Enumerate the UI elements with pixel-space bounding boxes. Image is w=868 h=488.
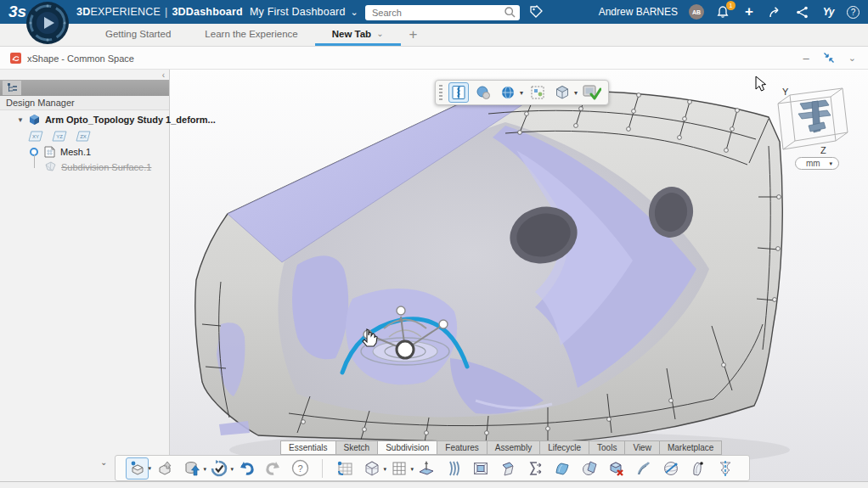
action-bar-chevron-icon[interactable]: ⌄ — [100, 457, 107, 467]
frame-inset-button[interactable] — [469, 457, 492, 480]
tab-learn-the-experience[interactable]: Learn the Experience — [188, 24, 314, 46]
validate-ok-icon[interactable] — [582, 82, 602, 103]
delete-face-button[interactable] — [605, 457, 628, 480]
expand-arrow-icon[interactable]: ▼ — [17, 116, 24, 124]
help-button[interactable]: ? — [289, 457, 312, 480]
3ds-logo[interactable]: 3s — [8, 3, 26, 21]
share-nodes-icon[interactable] — [794, 4, 809, 20]
svg-text:?: ? — [297, 463, 302, 474]
user-avatar[interactable]: AB — [689, 4, 704, 20]
symmetry-button[interactable] — [713, 457, 736, 480]
primitive-shape-button[interactable]: ▾ — [360, 457, 383, 480]
brand-separator: | — [165, 6, 167, 18]
ribbon-tab-bar: Essentials Sketch Subdivision Features A… — [280, 440, 722, 455]
user-name[interactable]: Andrew BARNES — [599, 6, 678, 18]
plane-xy-icon[interactable]: XY — [28, 131, 43, 142]
styling-curve-button[interactable] — [632, 457, 655, 480]
custom-render-style-icon[interactable] — [527, 82, 548, 103]
topbar-right-cluster: Andrew BARNES AB 1 + Yy ? — [599, 0, 860, 24]
tag-icon[interactable] — [528, 4, 544, 20]
dashboard-name[interactable]: My First Dashboard — [250, 6, 346, 18]
widget-controls: – ⌄ — [803, 50, 856, 65]
ribbon-tab-tools[interactable]: Tools — [589, 440, 624, 455]
panel-collapse-icon[interactable]: ‹ — [162, 70, 165, 80]
project-on-sphere-button[interactable] — [659, 457, 682, 480]
viewport-3d[interactable]: Y Z ▾ — [170, 70, 868, 481]
units-dropdown[interactable]: mm ▾ — [795, 157, 839, 170]
mesh-doc-icon — [43, 146, 56, 158]
trim-by-plane-button[interactable] — [578, 457, 600, 480]
shaded-sphere-style-icon[interactable] — [473, 82, 493, 103]
ribbon-tab-sketch[interactable]: Sketch — [335, 440, 378, 455]
axis-label-z: Z — [820, 145, 826, 155]
align-edges-button[interactable] — [523, 457, 546, 480]
minimize-icon[interactable]: – — [803, 52, 809, 65]
axis-label-y: Y — [782, 87, 789, 97]
undo-button[interactable] — [234, 457, 257, 480]
toolbar-grip-handle[interactable] — [439, 85, 442, 100]
tree-item-subdivision-surface[interactable]: Subdivision Surface.1 — [44, 161, 151, 172]
cube-dropdown-caret-icon[interactable]: ▾ — [574, 89, 578, 97]
new-content-button[interactable]: ▾ — [126, 457, 149, 480]
ribbon-tab-lifecycle[interactable]: Lifecycle — [539, 440, 589, 455]
app-title: xShape - Common Space — [27, 53, 134, 64]
search-icon[interactable] — [504, 6, 516, 19]
collapse-icon[interactable] — [823, 52, 835, 64]
help-icon[interactable]: ? — [847, 6, 860, 19]
add-content-icon[interactable]: + — [741, 4, 757, 20]
update-button[interactable]: ▾ — [207, 457, 230, 480]
tree-view-icon[interactable] — [3, 81, 21, 95]
share-arrow-icon[interactable] — [768, 4, 783, 20]
add-tab-button[interactable]: + — [401, 24, 426, 46]
subdivision-surface-button[interactable] — [333, 457, 356, 480]
model-canvas[interactable]: Y Z — [170, 70, 868, 481]
redo-button[interactable] — [262, 457, 285, 480]
save-data-button[interactable]: ▾ — [180, 457, 203, 480]
cube-view-mode-icon[interactable] — [552, 82, 572, 103]
tree-item-mesh[interactable]: Mesh.1 — [29, 146, 91, 158]
import-content-button[interactable] — [153, 457, 176, 480]
svg-text:XY: XY — [32, 134, 39, 139]
svg-text:YZ: YZ — [56, 134, 63, 139]
offset-surface-button[interactable] — [686, 457, 709, 480]
toolbar-divider — [322, 459, 323, 478]
action-bar: ▾ ▾ ▾ ? ▾ ▾ — [115, 455, 750, 481]
navigation-cube-mini-model — [798, 100, 831, 132]
plane-yz-icon[interactable]: YZ — [52, 131, 67, 142]
tab-new-tab[interactable]: New Tab⌄ — [315, 24, 401, 46]
search-input[interactable] — [365, 5, 520, 20]
globe-render-mode-icon[interactable] — [498, 82, 518, 103]
tree-root-item[interactable]: ▼ Arm Opto_Topology Study 1_deform... — [17, 114, 216, 126]
compass-logo[interactable] — [25, 1, 70, 45]
section-zipper-tool-icon[interactable] — [448, 82, 469, 103]
tree-item-mesh-label: Mesh.1 — [60, 147, 91, 157]
globe-dropdown-caret-icon[interactable]: ▾ — [520, 89, 523, 97]
bottom-strip — [0, 481, 868, 488]
ribbon-tab-essentials[interactable]: Essentials — [280, 440, 335, 455]
panel-title: Design Manager — [0, 96, 169, 110]
tab-getting-started[interactable]: Getting Started — [88, 24, 188, 46]
ribbon-tab-view[interactable]: View — [624, 440, 659, 455]
multi-section-surface-button[interactable] — [442, 457, 465, 480]
ribbon-tab-assembly[interactable]: Assembly — [487, 440, 539, 455]
3dexperience-window: 3s 3DEXPERIENCE|3DDashboardMy First Dash… — [0, 0, 868, 488]
widget-menu-chevron-icon[interactable]: ⌄ — [848, 53, 856, 64]
tab-chevron-icon[interactable]: ⌄ — [376, 29, 383, 38]
mesh-grid-button[interactable]: ▾ — [387, 457, 410, 480]
app-header: xShape - Common Space – ⌄ — [0, 47, 868, 70]
subdivision-surface-icon — [44, 161, 57, 172]
fill-surface-button[interactable] — [550, 457, 573, 480]
dashboard-chevron-icon[interactable]: ⌄ — [351, 7, 358, 17]
ribbon-tab-subdivision[interactable]: Subdivision — [377, 440, 437, 455]
tree-root-label: Arm Opto_Topology Study 1_deform... — [45, 115, 216, 125]
brand-experience: EXPERIENCE — [90, 6, 161, 18]
ribbon-tab-marketplace[interactable]: Marketplace — [659, 440, 722, 455]
dashboard-tab-bar: Getting Started Learn the Experience New… — [0, 24, 868, 47]
plane-zx-icon[interactable]: ZX — [76, 131, 91, 142]
3dswym-icon[interactable]: Yy — [820, 4, 836, 20]
bevel-face-button[interactable] — [496, 457, 519, 480]
extrude-face-button[interactable] — [414, 457, 437, 480]
ribbon-tab-features[interactable]: Features — [437, 440, 486, 455]
units-caret-icon[interactable]: ▾ — [829, 160, 838, 167]
notifications-bell-icon[interactable]: 1 — [715, 4, 730, 20]
